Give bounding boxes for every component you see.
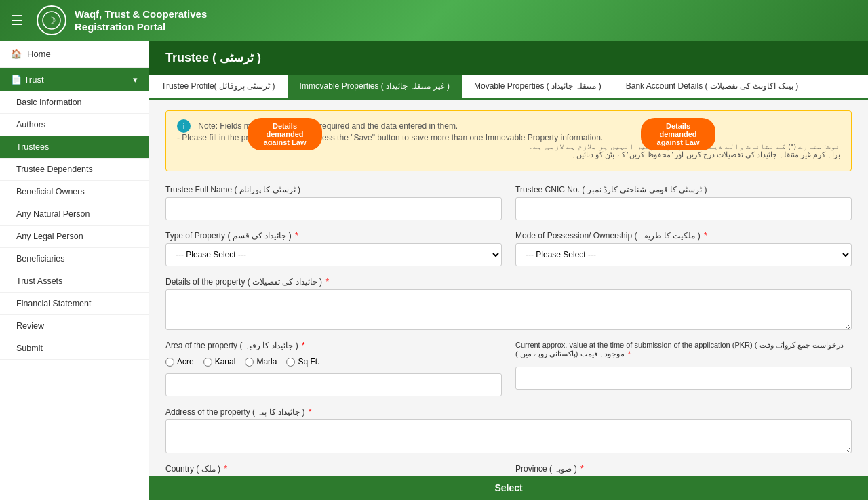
radio-sqft[interactable]: Sq Ft. (286, 357, 319, 367)
form-row-details: Details of the property ( جائیداد کی تفص… (165, 277, 852, 330)
sidebar-item-financial-statement[interactable]: Financial Statement (0, 293, 149, 315)
form-content: i Note: Fields marked with ( * ) are req… (149, 100, 868, 500)
notice-text-en2: - Please fill in the property details an… (177, 133, 603, 142)
callout-right: Details demanded against Law (641, 118, 715, 150)
form-row-area-value: Area of the property ( جائیداد کا رقبہ )… (165, 341, 852, 396)
main-content: Trustee ( ٹرسٹی ) Trustee Profile( ٹرسٹی… (149, 41, 868, 500)
details-label: Details of the property ( جائیداد کی تفص… (165, 277, 852, 287)
sidebar: 🏠 Home 📄 Trust ▾ Basic InformationAuthor… (0, 41, 149, 500)
country-label: Country ( ملک ) * (165, 464, 502, 474)
sidebar-item-home[interactable]: 🏠 Home (0, 41, 149, 68)
mode-possession-label: Mode of Possession/ Ownership ( ملکیت کا… (515, 231, 852, 241)
form-group-type-property: Type of Property ( جائیداد کی قسم ) * --… (165, 231, 502, 266)
area-label: Area of the property ( جائیداد کا رقبہ )… (165, 341, 502, 350)
sidebar-item-any-natural-person[interactable]: Any Natural Person (0, 203, 149, 226)
home-icon: 🏠 (11, 49, 22, 59)
radio-marla[interactable]: Marla (245, 357, 277, 367)
form-group-cnic: Trustee CNIC No. ( ٹرسٹی کا قومی شناختی … (515, 185, 852, 220)
form-group-mode-possession: Mode of Possession/ Ownership ( ملکیت کا… (515, 231, 852, 266)
notice-box: i Note: Fields marked with ( * ) are req… (165, 110, 852, 171)
province-label: Province ( صوبہ ) * (515, 464, 852, 474)
sidebar-item-submit[interactable]: Submit (0, 337, 149, 360)
tab-immovable-properties[interactable]: Immovable Properties ( غیر منتقلہ جائیدا… (288, 75, 462, 100)
sidebar-item-any-legal-person[interactable]: Any Legal Person (0, 226, 149, 248)
page-title: Trustee ( ٹرسٹی ) (149, 41, 868, 75)
form-row-type-mode: Type of Property ( جائیداد کی قسم ) * --… (165, 231, 852, 266)
area-radio-group: Acre Kanal Marla Sq Ft. (165, 353, 502, 371)
form-row-name-cnic: Trustee Full Name ( ٹرسٹی کا پورانام ) T… (165, 185, 852, 220)
radio-kanal-input[interactable] (203, 358, 212, 367)
current-value-label: Current approx. value at the time of sub… (515, 341, 852, 358)
radio-acre-input[interactable] (165, 358, 174, 367)
tab-bank-account-details[interactable]: Bank Account Details ( بینک اکاونٹ کی تف… (614, 75, 810, 100)
form-group-full-name: Trustee Full Name ( ٹرسٹی کا پورانام ) (165, 185, 502, 220)
form-group-current-value: Current approx. value at the time of sub… (515, 341, 852, 396)
chevron-down-icon: ▾ (133, 75, 138, 85)
type-property-select[interactable]: --- Please Select --- (165, 243, 502, 266)
details-textarea[interactable] (165, 289, 852, 330)
mode-possession-select[interactable]: --- Please Select --- (515, 243, 852, 266)
full-name-input[interactable] (165, 197, 502, 220)
full-name-label: Trustee Full Name ( ٹرسٹی کا پورانام ) (165, 185, 502, 194)
sidebar-item-trust-assets[interactable]: Trust Assets (0, 270, 149, 293)
area-value-input[interactable] (165, 373, 502, 396)
header: ☰ ☽ Waqf, Trust & Cooperatives Registrat… (0, 0, 868, 41)
sidebar-item-review[interactable]: Review (0, 315, 149, 337)
radio-acre[interactable]: Acre (165, 357, 194, 367)
svg-text:☽: ☽ (47, 15, 56, 26)
tab-trustee-profile[interactable]: Trustee Profile( ٹرسٹی پروفائل ) (149, 75, 288, 100)
sidebar-item-beneficial-owners[interactable]: Beneficial Owners (0, 181, 149, 203)
form-group-address: Address of the property ( جائیداد کا پتہ… (165, 407, 852, 453)
sidebar-item-basic-information[interactable]: Basic Information (0, 91, 149, 114)
select-button[interactable]: Select (149, 476, 868, 500)
radio-kanal[interactable]: Kanal (203, 357, 236, 367)
address-label: Address of the property ( جائیداد کا پتہ… (165, 407, 852, 417)
tab-movable-properties[interactable]: Movable Properties ( منتقلہ جائیداد ) (462, 75, 614, 100)
sidebar-item-trustees[interactable]: Trustees (0, 136, 149, 159)
callout-left: Details demanded against Law (248, 118, 322, 150)
tabs-bar: Trustee Profile( ٹرسٹی پروفائل )Immovabl… (149, 75, 868, 100)
hamburger-menu[interactable]: ☰ (11, 12, 23, 28)
document-icon: 📄 (11, 75, 24, 85)
sidebar-item-authors[interactable]: Authors (0, 114, 149, 136)
radio-marla-input[interactable] (245, 358, 254, 367)
form-group-details: Details of the property ( جائیداد کی تفص… (165, 277, 852, 330)
form-group-area: Area of the property ( جائیداد کا رقبہ )… (165, 341, 502, 396)
radio-sqft-input[interactable] (286, 358, 295, 367)
cnic-label: Trustee CNIC No. ( ٹرسٹی کا قومی شناختی … (515, 185, 852, 194)
address-textarea[interactable] (165, 419, 852, 453)
form-row-address: Address of the property ( جائیداد کا پتہ… (165, 407, 852, 453)
type-property-label: Type of Property ( جائیداد کی قسم ) * (165, 231, 502, 241)
sidebar-item-beneficiaries[interactable]: Beneficiaries (0, 248, 149, 270)
app-title: Waqf, Trust & Cooperatives Registration … (75, 7, 207, 34)
info-icon: i (177, 119, 191, 133)
notice-text-en: Note: Fields marked with ( * ) are requi… (198, 121, 458, 131)
cnic-input[interactable] (515, 197, 852, 220)
sidebar-item-trustee-dependents[interactable]: Trustee Dependents (0, 159, 149, 181)
sidebar-section-trust[interactable]: 📄 Trust ▾ (0, 68, 149, 91)
logo: ☽ (37, 5, 66, 35)
current-value-input[interactable] (515, 367, 852, 390)
